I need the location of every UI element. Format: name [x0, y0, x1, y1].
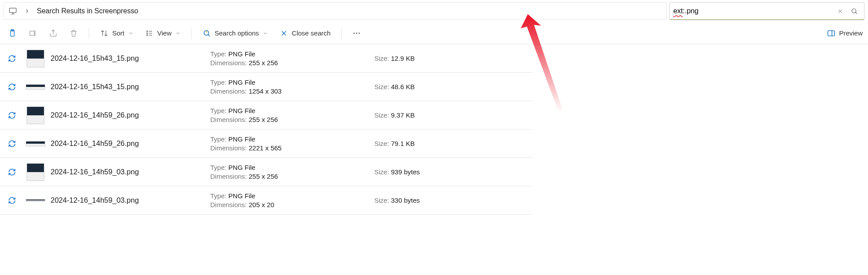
- view-icon: [145, 29, 154, 38]
- file-thumbnail: [24, 105, 47, 126]
- file-row[interactable]: 2024-12-16_14h59_03.png Type: PNG File D…: [0, 186, 532, 215]
- size-value: 9.37 KB: [391, 111, 415, 119]
- svg-point-7: [146, 35, 147, 35]
- trash-icon: [69, 29, 78, 38]
- dimensions-value: 255 x 256: [249, 59, 278, 67]
- sync-icon: [8, 140, 24, 148]
- rename-icon: [28, 29, 37, 38]
- clear-search-icon[interactable]: [834, 5, 846, 17]
- file-thumbnail: [24, 48, 47, 69]
- close-icon: [279, 29, 288, 38]
- chevron-down-icon: [128, 31, 134, 36]
- size-value: 79.1 KB: [391, 140, 415, 147]
- dimensions-label: Dimensions:: [210, 59, 247, 67]
- share-button[interactable]: [46, 25, 60, 41]
- type-value: PNG File: [228, 192, 255, 200]
- type-value: PNG File: [228, 50, 255, 58]
- size-value: 939 bytes: [391, 168, 420, 176]
- dimensions-label: Dimensions:: [210, 144, 247, 152]
- file-row[interactable]: 2024-12-16_15h43_15.png Type: PNG File D…: [0, 44, 532, 73]
- breadcrumb-title[interactable]: Search Results in Screenpresso: [37, 7, 138, 15]
- file-row[interactable]: 2024-12-16_14h59_26.png Type: PNG File D…: [0, 101, 532, 130]
- type-label: Type:: [210, 79, 227, 86]
- monitor-icon: [8, 7, 17, 16]
- sync-icon: [8, 168, 24, 176]
- sync-icon: [8, 83, 24, 91]
- close-search-label: Close search: [292, 29, 331, 37]
- type-label: Type:: [210, 50, 227, 58]
- search-options-label: Search options: [215, 29, 259, 37]
- size-label: Size:: [374, 55, 389, 62]
- sync-icon: [8, 111, 24, 119]
- more-button[interactable]: [350, 25, 364, 41]
- size-label: Size:: [374, 83, 389, 90]
- size-label: Size:: [374, 168, 389, 176]
- file-name: 2024-12-16_14h59_26.png: [51, 111, 210, 119]
- type-label: Type:: [210, 135, 227, 143]
- search-options-button[interactable]: Search options: [200, 25, 271, 41]
- sync-icon: [8, 196, 24, 204]
- toolbar: Sort View Search options Close search: [0, 22, 868, 44]
- separator: [89, 28, 89, 39]
- file-name: 2024-12-16_14h59_26.png: [51, 139, 210, 148]
- type-value: PNG File: [228, 135, 255, 143]
- file-name: 2024-12-16_14h59_03.png: [51, 196, 210, 204]
- chevron-right-icon[interactable]: [23, 7, 31, 16]
- svg-point-1: [852, 9, 856, 13]
- file-thumbnail: [24, 161, 47, 183]
- delete-button[interactable]: [67, 25, 81, 41]
- sync-icon: [8, 55, 24, 63]
- file-name: 2024-12-16_15h43_15.png: [51, 54, 210, 63]
- size-value: 48.6 KB: [391, 83, 415, 90]
- file-row[interactable]: 2024-12-16_15h43_15.png Type: PNG File D…: [0, 73, 532, 101]
- search-icon[interactable]: [848, 5, 860, 17]
- size-value: 12.9 KB: [391, 55, 415, 62]
- dimensions-value: 255 x 256: [249, 116, 278, 123]
- type-label: Type:: [210, 107, 227, 114]
- size-value: 330 bytes: [391, 196, 420, 204]
- dimensions-value: 2221 x 565: [249, 144, 282, 152]
- share-icon: [49, 29, 58, 38]
- address-bar[interactable]: Search Results in Screenpresso: [4, 2, 667, 20]
- size-label: Size:: [374, 111, 389, 119]
- view-button[interactable]: View: [142, 25, 183, 41]
- dimensions-label: Dimensions:: [210, 201, 247, 208]
- svg-rect-4: [30, 31, 34, 35]
- dimensions-value: 255 x 256: [249, 173, 278, 180]
- file-thumbnail: [24, 190, 47, 211]
- file-name: 2024-12-16_14h59_03.png: [51, 168, 210, 176]
- results-list: 2024-12-16_15h43_15.png Type: PNG File D…: [0, 44, 532, 215]
- type-label: Type:: [210, 192, 227, 200]
- clipboard-icon: [8, 29, 17, 38]
- file-thumbnail: [24, 133, 47, 154]
- dimensions-value: 1254 x 303: [249, 87, 282, 95]
- file-row[interactable]: 2024-12-16_14h59_26.png Type: PNG File D…: [0, 130, 532, 158]
- svg-rect-0: [10, 8, 16, 12]
- paste-button[interactable]: [5, 25, 20, 41]
- svg-point-9: [353, 32, 355, 34]
- type-value: PNG File: [228, 107, 255, 114]
- file-row[interactable]: 2024-12-16_14h59_03.png Type: PNG File D…: [0, 158, 532, 186]
- preview-icon: [827, 29, 836, 38]
- view-label: View: [157, 29, 172, 37]
- sort-button[interactable]: Sort: [97, 25, 136, 41]
- rename-button[interactable]: [26, 25, 40, 41]
- size-label: Size:: [374, 196, 389, 204]
- type-label: Type:: [210, 164, 227, 171]
- preview-label: Preview: [839, 29, 863, 37]
- sort-icon: [100, 29, 109, 38]
- search-options-icon: [202, 29, 211, 38]
- file-name: 2024-12-16_15h43_15.png: [51, 82, 210, 91]
- chevron-down-icon: [175, 31, 181, 36]
- preview-button[interactable]: Preview: [827, 29, 863, 38]
- sort-label: Sort: [112, 29, 125, 37]
- dimensions-label: Dimensions:: [210, 87, 247, 95]
- close-search-button[interactable]: Close search: [277, 25, 334, 41]
- size-label: Size:: [374, 140, 389, 147]
- search-text: ext:.png: [673, 7, 699, 15]
- svg-rect-12: [828, 31, 834, 36]
- dimensions-value: 205 x 20: [249, 201, 275, 208]
- dimensions-label: Dimensions:: [210, 116, 247, 123]
- search-box[interactable]: ext:.png: [669, 2, 864, 20]
- separator: [191, 28, 192, 39]
